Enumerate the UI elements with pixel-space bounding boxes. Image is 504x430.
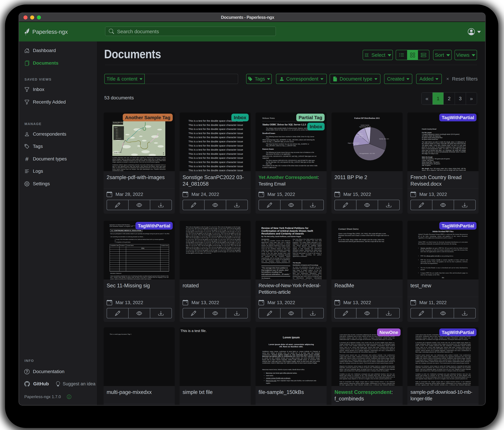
svg-text:Stage 2: Stage 2 — [358, 133, 362, 135]
svg-text:Entry Point 34: Entry Point 34 — [116, 138, 121, 139]
svg-text:Hypertension, 31, 6%: Hypertension, 31, 6% — [359, 126, 371, 128]
svg-text:▲: ▲ — [114, 136, 115, 137]
svg-text:Patient BP Distribution 2011: Patient BP Distribution 2011 — [354, 117, 380, 119]
svg-text:Legend: Legend — [114, 127, 117, 128]
svg-text:▲: ▲ — [114, 131, 115, 131]
svg-text:Day 4: Day 4 — [116, 133, 118, 134]
svg-text:Normal. 158. 31%: Normal. 158. 31% — [379, 138, 389, 140]
svg-text:65. 13%: 65. 13% — [354, 144, 359, 146]
svg-text:44, 9%: 44, 9% — [359, 136, 363, 138]
svg-text:▲: ▲ — [114, 129, 115, 130]
svg-text:Boundary Waters Trip: Boundary Waters Trip — [113, 122, 123, 123]
svg-text:Stage 1 Hypertension,: Stage 1 Hypertension, — [348, 142, 360, 144]
svg-text:Hypertension,: Hypertension, — [356, 135, 364, 136]
svg-text:Day 1: Day 1 — [116, 129, 118, 130]
svg-text:Day 5: Day 5 — [116, 135, 118, 136]
svg-text:Google Earth: Google Earth — [114, 151, 122, 153]
svg-text:Pre-hypertension.. 212. 42%: Pre-hypertension.. 212. 42% — [360, 153, 375, 154]
svg-text:©2022 Google: ©2022 Google — [114, 153, 118, 154]
svg-text:Day 3: Day 3 — [116, 132, 118, 133]
svg-text:Day 2: Day 2 — [116, 130, 118, 131]
svg-text:Six days in BWCA: Six days in BWCA — [113, 123, 119, 124]
svg-text:Isolated Systolic: Isolated Systolic — [361, 124, 369, 126]
svg-text:▲: ▲ — [114, 135, 115, 136]
svg-text:▲: ▲ — [114, 132, 115, 133]
svg-text:▲: ▲ — [114, 133, 115, 134]
svg-text:Day 6: Day 6 — [116, 136, 118, 137]
svg-text:N: N — [163, 154, 164, 155]
